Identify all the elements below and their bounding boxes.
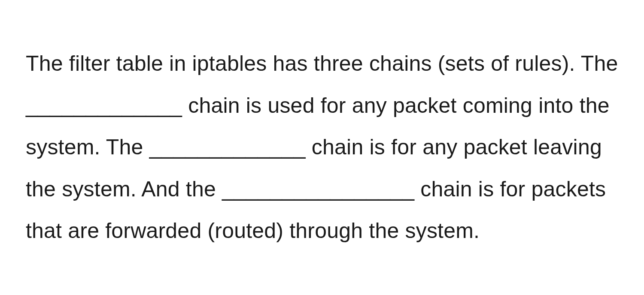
question-text: The filter table in iptables has three c… [26, 43, 618, 252]
